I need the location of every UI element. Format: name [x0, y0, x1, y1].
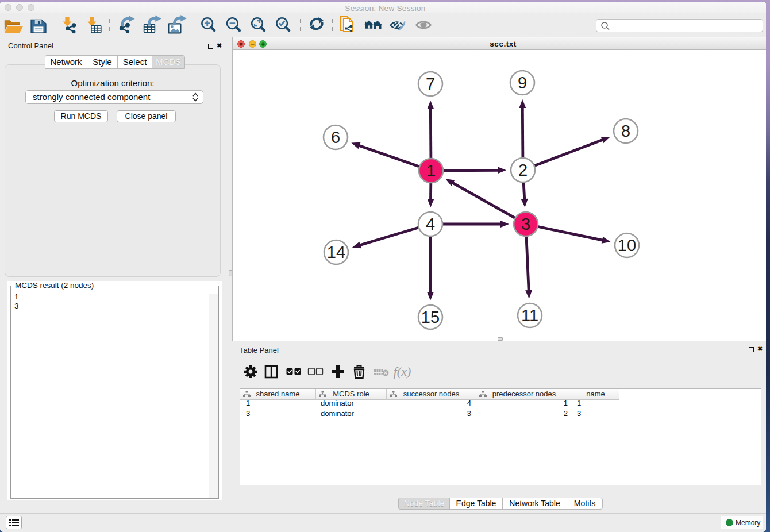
svg-text:3: 3: [521, 215, 530, 233]
svg-text:10: 10: [618, 236, 636, 255]
svg-text:2: 2: [518, 161, 528, 179]
svg-text:7: 7: [426, 75, 435, 93]
svg-text:11: 11: [521, 306, 538, 325]
svg-text:4: 4: [426, 215, 435, 233]
svg-text:8: 8: [621, 122, 630, 140]
svg-text:6: 6: [331, 128, 340, 147]
svg-text:15: 15: [421, 308, 440, 326]
svg-text:1: 1: [426, 161, 436, 180]
svg-text:14: 14: [327, 243, 345, 261]
svg-text:f(x): f(x): [394, 364, 411, 379]
svg-text:9: 9: [518, 74, 527, 92]
